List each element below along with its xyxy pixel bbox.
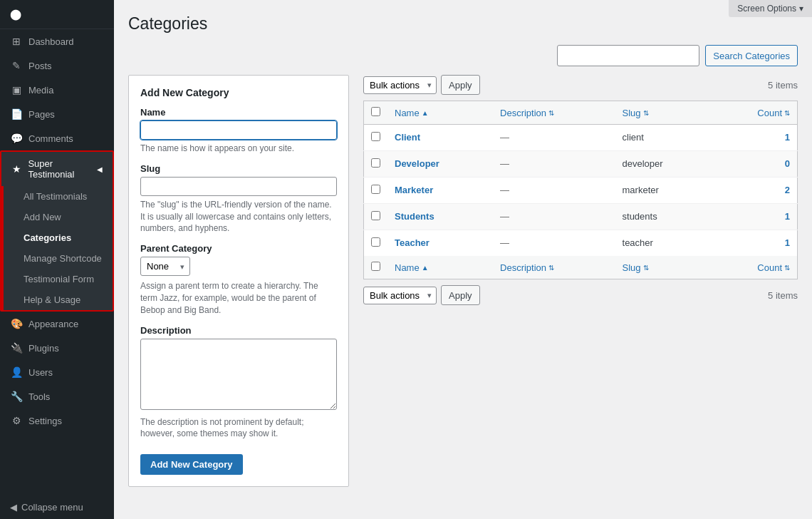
row-description-2: — [493, 151, 615, 178]
search-bar: Search Categories [128, 45, 798, 66]
row-checkbox-3 [364, 178, 388, 204]
slug-hint: The "slug" is the URL-friendly version o… [140, 199, 337, 235]
row-checkbox-1 [364, 125, 388, 151]
tfoot-name[interactable]: Name ▲ [387, 256, 493, 279]
add-category-column: Add New Category Name The name is how it… [128, 75, 349, 498]
categories-table-column: Bulk actions Apply 5 items [363, 75, 798, 498]
table-header-row: Name ▲ Description ⇅ [364, 101, 798, 125]
search-input[interactable] [557, 45, 699, 66]
collapse-menu[interactable]: ◀ Collapse menu [0, 495, 114, 519]
row-checkbox-2 [364, 151, 388, 178]
category-link-3[interactable]: Marketer [395, 185, 433, 195]
th-count[interactable]: Count ⇅ [713, 101, 797, 125]
apply-button-top[interactable]: Apply [441, 75, 480, 95]
count-link-3[interactable]: 2 [785, 185, 790, 195]
form-title: Add New Category [140, 87, 337, 98]
th-name[interactable]: Name ▲ [387, 101, 493, 125]
count-link-2[interactable]: 0 [785, 158, 790, 169]
description-hint: The description is not prominent by defa… [140, 416, 337, 441]
name-input[interactable] [140, 120, 337, 140]
sidebar-item-media[interactable]: ▣ Media [0, 78, 114, 102]
users-icon: 👤 [10, 366, 23, 378]
category-link-1[interactable]: Client [395, 132, 420, 143]
sidebar-item-super-testimonial[interactable]: ★ Super Testimonial ◀ [1, 152, 113, 186]
row-select-3[interactable] [371, 185, 380, 194]
sidebar-item-testimonial-form[interactable]: Testimonial Form [4, 269, 113, 289]
table-footer-row: Name ▲ Description ⇅ [364, 256, 798, 279]
sidebar-item-help-usage[interactable]: Help & Usage [4, 289, 113, 310]
category-link-5[interactable]: Teacher [395, 237, 430, 248]
sidebar-item-add-new[interactable]: Add New [4, 207, 113, 227]
sidebar-item-users[interactable]: 👤 Users [0, 360, 114, 384]
row-select-4[interactable] [371, 211, 380, 220]
sidebar-logo: ⬤ [0, 0, 114, 29]
table-row: Client — client 1 [364, 125, 798, 151]
th-slug[interactable]: Slug ⇅ [615, 101, 714, 125]
sidebar-item-all-testimonials[interactable]: All Testimonials [4, 186, 113, 207]
sidebar-item-label: Appearance [28, 319, 78, 329]
sidebar-item-label: Settings [28, 416, 62, 426]
table-row: Teacher — teacher 1 [364, 230, 798, 257]
main-content: Screen Options ▾ Categories Search Categ… [114, 0, 812, 519]
description-textarea[interactable] [140, 339, 337, 410]
content-area: Categories Search Categories Add New Cat… [114, 0, 812, 519]
th-description-label: Description [500, 108, 546, 118]
name-hint: The name is how it appears on your site. [140, 143, 337, 155]
wp-logo-icon: ⬤ [10, 9, 21, 20]
collapse-label: Collapse menu [21, 502, 83, 513]
count-link-1[interactable]: 1 [785, 132, 790, 143]
sidebar-item-plugins[interactable]: 🔌 Plugins [0, 336, 114, 360]
sidebar-item-label: Dashboard [28, 36, 74, 47]
count-link-5[interactable]: 1 [785, 237, 790, 248]
add-new-category-button[interactable]: Add New Category [140, 454, 243, 475]
bulk-actions-select-top[interactable]: Bulk actions [363, 76, 437, 94]
row-select-5[interactable] [371, 237, 380, 247]
select-all-checkbox[interactable] [371, 107, 380, 116]
sidebar-item-manage-shortcode[interactable]: Manage Shortcode [4, 248, 113, 269]
row-name-5: Teacher [387, 230, 493, 257]
bulk-select-wrap-top: Bulk actions [363, 76, 437, 94]
bulk-actions-select-bottom[interactable]: Bulk actions [363, 287, 437, 304]
tfoot-name-label: Name [395, 262, 420, 273]
search-categories-button[interactable]: Search Categories [705, 45, 798, 66]
tfoot-count[interactable]: Count ⇅ [713, 256, 797, 279]
parent-select[interactable]: None [140, 257, 190, 276]
tfoot-slug-sort-icon: ⇅ [643, 264, 649, 272]
category-link-4[interactable]: Students [395, 211, 434, 222]
appearance-icon: 🎨 [10, 318, 23, 329]
row-select-1[interactable] [371, 132, 380, 141]
slug-input[interactable] [140, 177, 337, 196]
sidebar-item-comments[interactable]: 💬 Comments [0, 126, 114, 150]
tfoot-slug[interactable]: Slug ⇅ [615, 256, 714, 279]
category-link-2[interactable]: Developer [395, 158, 439, 169]
table-row: Developer — developer 0 [364, 151, 798, 178]
sidebar-item-posts[interactable]: ✎ Posts [0, 53, 114, 78]
posts-icon: ✎ [10, 60, 23, 71]
apply-button-bottom[interactable]: Apply [441, 285, 480, 305]
sidebar-item-dashboard[interactable]: ⊞ Dashboard [0, 29, 114, 53]
tfoot-description[interactable]: Description ⇅ [493, 256, 615, 279]
slug-sort-icon: ⇅ [643, 109, 649, 117]
row-description-5: — [493, 230, 615, 257]
parent-hint: Assign a parent term to create a hierarc… [140, 280, 337, 316]
super-testimonial-submenu: All Testimonials Add New Categories Mana… [1, 186, 113, 310]
sidebar-item-appearance[interactable]: 🎨 Appearance [0, 312, 114, 336]
row-select-2[interactable] [371, 158, 380, 168]
sidebar-item-tools[interactable]: 🔧 Tools [0, 384, 114, 408]
th-description[interactable]: Description ⇅ [493, 101, 615, 125]
sidebar-item-label: Tools [28, 391, 50, 402]
row-slug-1: client [615, 125, 714, 151]
select-all-checkbox-bottom[interactable] [371, 262, 380, 271]
row-description-3: — [493, 178, 615, 204]
sidebar-item-categories[interactable]: Categories [4, 227, 113, 248]
screen-options-button[interactable]: Screen Options ▾ [729, 0, 812, 17]
parent-label: Parent Category [140, 243, 337, 254]
tfoot-name-sort-icon: ▲ [422, 264, 429, 272]
count-link-4[interactable]: 1 [785, 211, 790, 222]
sidebar-item-settings[interactable]: ⚙ Settings [0, 408, 114, 433]
th-count-label: Count [757, 108, 782, 118]
sidebar-item-pages[interactable]: 📄 Pages [0, 102, 114, 126]
name-sort-icon: ▲ [422, 109, 429, 117]
description-group: Description The description is not promi… [140, 325, 337, 441]
collapse-icon: ◀ [10, 502, 17, 513]
